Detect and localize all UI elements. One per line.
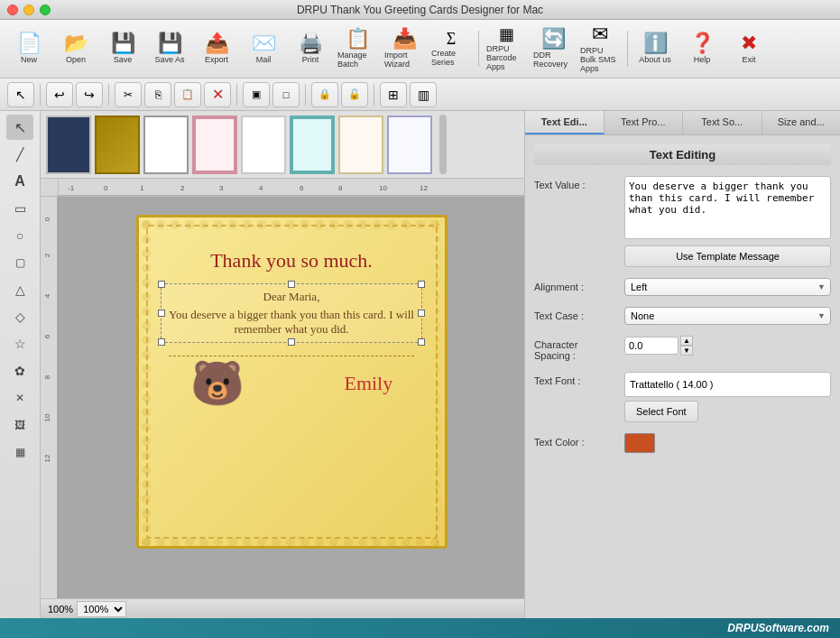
text-color-label: Text Color : — [534, 433, 624, 448]
canvas-scroll[interactable]: Thank you so much. — [59, 197, 524, 598]
lock-button[interactable]: 🔒 — [311, 82, 338, 107]
create-series-button[interactable]: Σ Create Series — [429, 24, 473, 74]
tab-text-properties[interactable]: Text Pro... — [605, 111, 684, 134]
template-6[interactable] — [290, 116, 335, 174]
handle-tl[interactable] — [158, 281, 165, 288]
template-strip — [41, 111, 524, 179]
cut-button[interactable]: ✂ — [115, 82, 142, 107]
text-case-label: Text Case : — [534, 307, 624, 321]
import-wizard-button[interactable]: 📥 Import Wizard — [383, 24, 426, 74]
diamond-tool[interactable]: ◇ — [6, 304, 33, 329]
text-value-input[interactable] — [624, 176, 831, 239]
open-button[interactable]: 📂 Open — [54, 24, 97, 74]
group-button[interactable]: ▣ — [243, 82, 270, 107]
export-icon: 📤 — [205, 33, 229, 53]
ddr-icon: 🔄 — [541, 29, 566, 49]
char-spacing-up[interactable]: ▲ — [680, 336, 693, 346]
redo-button[interactable]: ↪ — [76, 82, 103, 107]
template-scrollbar[interactable] — [439, 115, 447, 174]
handle-tr[interactable] — [418, 281, 425, 288]
cross-tool[interactable]: ✕ — [6, 385, 33, 411]
help-button[interactable]: ❓ Help — [680, 24, 724, 74]
template-5[interactable] — [241, 116, 286, 174]
template-3[interactable] — [143, 116, 189, 174]
zoom-select[interactable]: 100% 75% 50% 150% 200% — [77, 601, 126, 617]
gear-tool[interactable]: ✿ — [6, 358, 33, 384]
handle-ml[interactable] — [158, 310, 165, 317]
canvas-area: -1 0 1 2 3 4 6 8 10 12 — [41, 111, 524, 618]
panel-button[interactable]: ▥ — [410, 82, 437, 107]
delete-button[interactable]: ✕ — [204, 82, 231, 107]
canvas-content: Thank you so much. — [59, 197, 524, 567]
template-1[interactable] — [46, 116, 91, 174]
handle-tc[interactable] — [288, 281, 295, 288]
svg-text:12: 12 — [420, 184, 428, 192]
tab-text-editing[interactable]: Text Edi... — [525, 111, 605, 134]
handle-bc[interactable] — [288, 338, 295, 346]
handle-br[interactable] — [418, 338, 425, 346]
barcode-label: DRPU Barcode Apps — [486, 44, 526, 71]
save-as-button[interactable]: 💾 Save As — [148, 24, 191, 74]
minimize-button[interactable] — [23, 5, 34, 15]
template-8[interactable] — [387, 116, 432, 174]
horizontal-ruler: -1 0 1 2 3 4 6 8 10 12 — [59, 179, 524, 197]
triangle-tool[interactable]: △ — [6, 277, 33, 302]
close-button[interactable] — [7, 5, 18, 15]
char-spacing-down[interactable]: ▼ — [680, 346, 693, 356]
exit-button[interactable]: ✖ Exit — [727, 24, 771, 74]
rounded-rect-tool[interactable]: ▢ — [6, 250, 33, 275]
copy-button[interactable]: ⎘ — [144, 82, 171, 107]
save-button[interactable]: 💾 Save — [101, 24, 144, 74]
unlock-button[interactable]: 🔓 — [341, 82, 368, 107]
rect-tool[interactable]: ▭ — [6, 196, 33, 221]
text-case-select[interactable]: None UPPERCASE lowercase Title Case — [624, 307, 831, 325]
tb2-sep-2 — [108, 84, 109, 106]
manage-batch-button[interactable]: 📋 Manage Batch — [336, 24, 379, 74]
line-tool[interactable]: ╱ — [6, 142, 33, 167]
arrow-tool[interactable]: ↖ — [6, 115, 33, 140]
tb2-sep-1 — [40, 84, 41, 106]
image-tool[interactable]: 🖼 — [6, 412, 33, 438]
star-tool[interactable]: ☆ — [6, 331, 33, 356]
about-button[interactable]: ℹ️ About us — [633, 24, 677, 74]
ungroup-button[interactable]: □ — [272, 82, 300, 107]
template-2[interactable] — [95, 116, 140, 174]
barcode-tool[interactable]: ▦ — [6, 439, 33, 465]
tab-text-source[interactable]: Text So... — [683, 111, 762, 134]
bulk-sms-button[interactable]: ✉ DRPU Bulk SMS Apps — [578, 24, 622, 74]
svg-rect-23 — [436, 217, 445, 546]
tab-size-and[interactable]: Size and... — [762, 111, 841, 134]
mail-button[interactable]: ✉️ Mail — [242, 24, 285, 74]
template-4[interactable] — [192, 116, 237, 174]
right-tabs: Text Edi... Text Pro... Text So... Size … — [525, 111, 840, 135]
card-text-box[interactable]: Dear Maria, You deserve a bigger thank y… — [161, 283, 422, 343]
handle-bl[interactable] — [158, 338, 165, 346]
char-spacing-input[interactable]: 0.0 — [624, 337, 678, 355]
circle-tool[interactable]: ○ — [6, 223, 33, 248]
exit-label: Exit — [742, 55, 755, 64]
vertical-ruler: 0 2 4 6 8 10 12 — [41, 197, 59, 598]
print-button[interactable]: 🖨️ Print — [289, 24, 332, 74]
text-color-field: Text Color : — [534, 433, 831, 453]
handle-mr[interactable] — [418, 310, 425, 317]
template-7[interactable] — [338, 116, 383, 174]
new-button[interactable]: 📄 New — [7, 24, 51, 74]
open-label: Open — [66, 55, 86, 64]
maximize-button[interactable] — [40, 5, 51, 15]
undo-button[interactable]: ↩ — [46, 82, 73, 107]
greeting-card[interactable]: Thank you so much. — [136, 215, 448, 549]
ruler-corner — [41, 179, 59, 197]
alignment-select[interactable]: Left Center Right Justify — [624, 278, 831, 296]
barcode-apps-button[interactable]: ▦ DRPU Barcode Apps — [485, 24, 528, 74]
text-color-swatch[interactable] — [624, 433, 655, 453]
ddr-recovery-button[interactable]: 🔄 DDR Recovery — [531, 24, 575, 74]
use-template-button[interactable]: Use Template Message — [624, 245, 831, 267]
export-button[interactable]: 📤 Export — [195, 24, 238, 74]
create-series-label: Create Series — [431, 49, 471, 67]
grid-button[interactable]: ⊞ — [380, 82, 407, 107]
paste-button[interactable]: 📋 — [174, 82, 201, 107]
zoom-label: 100% — [48, 604, 73, 615]
select-font-button[interactable]: Select Font — [624, 401, 698, 422]
select-tool-button[interactable]: ↖ — [7, 82, 34, 107]
text-tool[interactable]: A — [6, 169, 33, 194]
